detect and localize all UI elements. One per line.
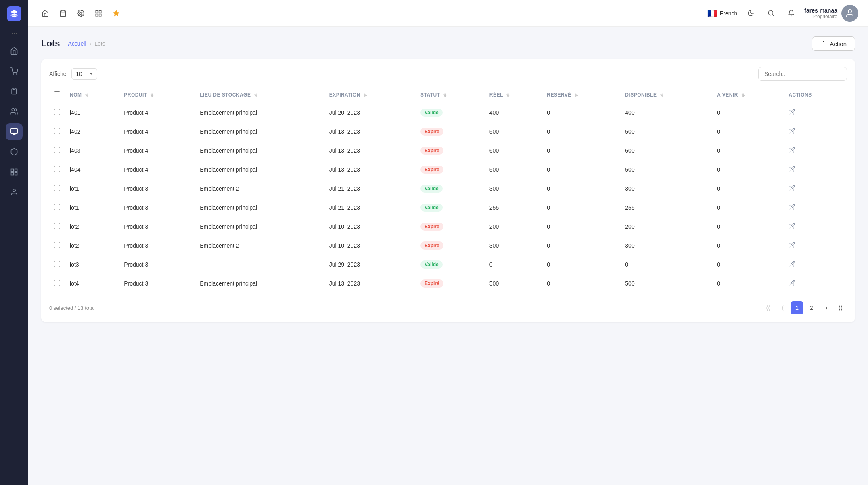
cell-reel: 400 [485, 103, 542, 122]
sidebar-item-clipboard[interactable] [6, 83, 23, 100]
cell-nom: lot3 [65, 255, 119, 274]
cell-disponible: 400 [620, 103, 712, 122]
row-checkbox-5[interactable] [54, 204, 60, 210]
language-button[interactable]: 🇫🇷 French [707, 8, 738, 18]
topnav-right: 🇫🇷 French fares manaa Propriétaire [707, 5, 858, 22]
table-row: l401 Product 4 Emplacement principal Jul… [49, 103, 847, 122]
row-checkbox-9[interactable] [54, 280, 60, 286]
cell-lieu: Emplacement 2 [195, 236, 324, 255]
edit-button-8[interactable] [789, 261, 795, 267]
select-all-checkbox[interactable] [54, 91, 60, 97]
row-checkbox-0[interactable] [54, 109, 60, 115]
last-page-button[interactable]: ⟩⟩ [834, 301, 847, 314]
row-checkbox-4[interactable] [54, 185, 60, 191]
cell-statut: Valide [416, 255, 485, 274]
star-icon[interactable] [109, 6, 123, 21]
cell-disponible: 500 [620, 160, 712, 179]
cell-avenir: 0 [712, 274, 784, 293]
first-page-button[interactable]: ⟨⟨ [761, 301, 774, 314]
show-select[interactable]: 10 25 50 100 [71, 68, 97, 80]
table-row: lot2 Product 3 Emplacement principal Jul… [49, 217, 847, 236]
cell-lieu: Emplacement principal [195, 217, 324, 236]
search-input[interactable] [758, 67, 847, 81]
cell-statut: Expiré [416, 141, 485, 160]
edit-button-0[interactable] [789, 109, 795, 115]
col-expiration[interactable]: EXPIRATION ⇅ [324, 87, 416, 103]
breadcrumb-separator: › [90, 40, 92, 47]
col-reel[interactable]: RÉEL ⇅ [485, 87, 542, 103]
cell-statut: Expiré [416, 122, 485, 141]
row-checkbox-3[interactable] [54, 166, 60, 172]
sidebar-item-users[interactable] [6, 103, 23, 120]
row-checkbox-8[interactable] [54, 261, 60, 267]
page-1-button[interactable]: 1 [791, 301, 803, 314]
action-button[interactable]: ⋮ Action [812, 36, 855, 51]
search-icon[interactable] [764, 6, 778, 20]
layout-icon[interactable] [91, 6, 106, 21]
svg-rect-18 [96, 14, 98, 16]
sidebar-item-cart[interactable] [6, 63, 23, 80]
sidebar-item-home[interactable] [6, 42, 23, 59]
cell-reel: 0 [485, 255, 542, 274]
col-nom[interactable]: NOM ⇅ [65, 87, 119, 103]
table-row: lot3 Product 3 Jul 29, 2023 Valide 0 0 0… [49, 255, 847, 274]
cell-avenir: 0 [712, 198, 784, 217]
table-row: lot1 Product 3 Emplacement principal Jul… [49, 198, 847, 217]
notification-icon[interactable] [784, 6, 798, 20]
next-page-button[interactable]: ⟩ [820, 301, 832, 314]
dark-mode-icon[interactable] [744, 6, 757, 20]
svg-rect-19 [99, 14, 101, 16]
sidebar-logo[interactable] [7, 6, 21, 21]
avatar[interactable] [841, 5, 858, 22]
row-checkbox-7[interactable] [54, 242, 60, 248]
table-card: Afficher 10 25 50 100 [41, 59, 855, 322]
cell-lieu: Emplacement principal [195, 122, 324, 141]
breadcrumb-home-link[interactable]: Accueil [68, 40, 86, 47]
col-lieu[interactable]: LIEU DE STOCKAGE ⇅ [195, 87, 324, 103]
user-role: Propriétaire [804, 14, 837, 19]
sidebar-item-box[interactable] [6, 143, 23, 160]
edit-button-7[interactable] [789, 242, 795, 248]
cell-produit: Product 3 [119, 198, 195, 217]
col-reserve[interactable]: RÉSERVÉ ⇅ [542, 87, 620, 103]
cell-produit: Product 3 [119, 236, 195, 255]
gear-icon[interactable] [73, 6, 88, 21]
edit-button-2[interactable] [789, 147, 795, 153]
breadcrumb: Lots Accueil › Lots ⋮ Action [41, 36, 855, 51]
show-count-control: Afficher 10 25 50 100 [49, 68, 97, 80]
cell-reserve: 0 [542, 122, 620, 141]
cell-reserve: 0 [542, 217, 620, 236]
cell-reserve: 0 [542, 236, 620, 255]
calendar-icon[interactable] [56, 6, 70, 21]
edit-button-1[interactable] [789, 128, 795, 134]
sidebar-more-icon[interactable]: ··· [11, 29, 17, 38]
svg-rect-17 [99, 10, 101, 13]
cell-reserve: 0 [542, 274, 620, 293]
cell-lieu: Emplacement principal [195, 198, 324, 217]
col-statut[interactable]: STATUT ⇅ [416, 87, 485, 103]
row-checkbox-1[interactable] [54, 128, 60, 134]
cell-nom: l403 [65, 141, 119, 160]
edit-button-3[interactable] [789, 166, 795, 172]
sidebar-item-inventory[interactable] [6, 123, 23, 140]
edit-button-5[interactable] [789, 204, 795, 210]
col-disponible[interactable]: DISPONIBLE ⇅ [620, 87, 712, 103]
col-avenir[interactable]: A VENIR ⇅ [712, 87, 784, 103]
edit-button-9[interactable] [789, 280, 795, 286]
home-icon[interactable] [38, 6, 52, 21]
col-produit[interactable]: PRODUIT ⇅ [119, 87, 195, 103]
cell-statut: Expiré [416, 274, 485, 293]
page-2-button[interactable]: 2 [805, 301, 818, 314]
svg-rect-9 [15, 173, 17, 175]
svg-point-15 [80, 12, 82, 14]
prev-page-button[interactable]: ⟨ [776, 301, 789, 314]
svg-point-2 [12, 109, 15, 111]
cell-lieu: Emplacement principal [195, 103, 324, 122]
row-checkbox-2[interactable] [54, 147, 60, 153]
edit-button-4[interactable] [789, 185, 795, 191]
sidebar-item-person[interactable] [6, 184, 23, 201]
edit-button-6[interactable] [789, 223, 795, 229]
sidebar-item-grid[interactable] [6, 164, 23, 181]
row-checkbox-6[interactable] [54, 223, 60, 229]
cell-disponible: 0 [620, 255, 712, 274]
